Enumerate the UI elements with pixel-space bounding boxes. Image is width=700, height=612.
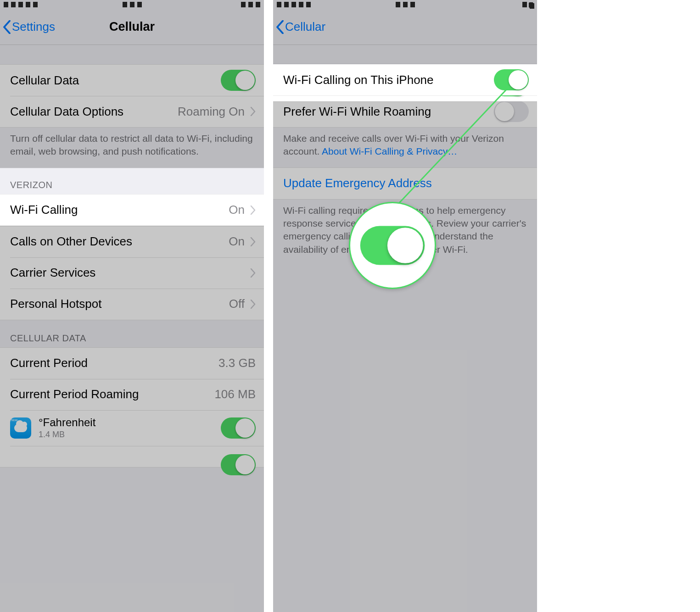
wifi-calling-row[interactable]: Wi-Fi Calling On [0, 195, 264, 226]
wifi-calling-settings-screen: Cellular Wi-Fi Calling on This iPhone Pr… [273, 0, 537, 612]
back-button[interactable]: Settings [0, 20, 55, 34]
chevron-right-icon [250, 206, 256, 215]
wifi-calling-on-iphone-row[interactable]: Wi-Fi Calling on This iPhone [273, 64, 537, 95]
cellular-data-options-value: Roaming On [178, 105, 245, 119]
app-usage-row[interactable]: Now °Fahrenheit 1.4 MB [0, 410, 264, 446]
partial-toggle[interactable] [221, 454, 256, 475]
magnified-toggle-icon [360, 226, 425, 265]
cellular-data-row[interactable]: Cellular Data [0, 65, 264, 96]
toggle-magnifier [349, 202, 436, 289]
back-label: Settings [12, 20, 55, 34]
current-period-roaming-label: Current Period Roaming [10, 387, 139, 401]
app-cellular-toggle[interactable] [221, 417, 256, 439]
chevron-right-icon [250, 268, 256, 278]
nav-bar: Cellular [273, 9, 537, 45]
update-emergency-address-row[interactable]: Update Emergency Address [273, 168, 537, 199]
chevron-left-icon [276, 20, 284, 34]
partial-row [0, 446, 264, 467]
app-icon: Now [10, 417, 31, 439]
current-period-label: Current Period [10, 356, 88, 370]
wifi-calling-label: Wi-Fi Calling [10, 203, 78, 217]
cellular-data-options-row[interactable]: Cellular Data Options Roaming On [0, 96, 264, 127]
back-label: Cellular [285, 20, 325, 34]
personal-hotspot-row[interactable]: Personal Hotspot Off [0, 289, 264, 320]
chevron-right-icon [250, 107, 256, 116]
current-period-row: Current Period 3.3 GB [0, 348, 264, 379]
chevron-right-icon [250, 237, 256, 246]
personal-hotspot-value: Off [229, 297, 245, 311]
app-icon-tag: Now [11, 418, 17, 422]
update-emergency-address-label: Update Emergency Address [283, 176, 432, 190]
carrier-services-row[interactable]: Carrier Services [0, 257, 264, 289]
wifi-calling-value: On [229, 203, 245, 217]
back-button[interactable]: Cellular [273, 20, 325, 34]
chevron-right-icon [250, 300, 256, 309]
calls-other-devices-row[interactable]: Calls on Other Devices On [0, 226, 264, 257]
cellular-data-note: Turn off cellular data to restrict all d… [0, 128, 264, 167]
nav-bar: Settings Cellular [0, 9, 264, 45]
app-usage: 1.4 MB [39, 430, 95, 440]
carrier-group: Calls on Other Devices On Carrier Servic… [0, 226, 264, 320]
cellular-data-toggle[interactable] [221, 70, 256, 91]
wifi-calling-on-iphone-label: Wi-Fi Calling on This iPhone [283, 73, 434, 87]
wifi-calling-account-note: Make and receive calls over Wi-Fi with y… [273, 128, 537, 167]
prefer-wifi-roaming-toggle[interactable] [494, 101, 529, 122]
chevron-left-icon [3, 20, 11, 34]
usage-group: Current Period 3.3 GB Current Period Roa… [0, 347, 264, 467]
panel-gap [264, 0, 273, 612]
carrier-services-label: Carrier Services [10, 266, 95, 280]
wifi-calling-highlight: Wi-Fi Calling On [0, 195, 264, 226]
carrier-header-highlight-strip: VERIZON [0, 168, 264, 194]
current-period-roaming-row: Current Period Roaming 106 MB [0, 379, 264, 410]
status-bar [0, 0, 264, 9]
cellular-data-group: Cellular Data Cellular Data Options Roam… [0, 64, 264, 128]
current-period-roaming-value: 106 MB [214, 387, 256, 401]
personal-hotspot-label: Personal Hotspot [10, 297, 101, 311]
cellular-data-usage-header: CELLULAR DATA [0, 320, 264, 347]
app-name: °Fahrenheit [39, 416, 95, 429]
cellular-settings-screen: Settings Cellular Cellular Data Cellular… [0, 0, 264, 612]
about-wifi-calling-privacy-link[interactable]: About Wi-Fi Calling & Privacy… [322, 146, 457, 156]
current-period-value: 3.3 GB [218, 356, 256, 370]
wifi-calling-on-iphone-highlight: Wi-Fi Calling on This iPhone [273, 64, 537, 95]
emergency-group: Update Emergency Address [273, 167, 537, 200]
cellular-data-options-label: Cellular Data Options [10, 105, 123, 119]
wifi-calling-on-iphone-toggle[interactable] [494, 69, 529, 90]
cellular-data-label: Cellular Data [10, 73, 79, 88]
trailing-whitespace [537, 0, 700, 612]
prefer-wifi-roaming-label: Prefer Wi-Fi While Roaming [283, 105, 431, 119]
status-bar [273, 0, 537, 9]
calls-other-devices-value: On [229, 234, 245, 249]
calls-other-devices-label: Calls on Other Devices [10, 234, 132, 249]
